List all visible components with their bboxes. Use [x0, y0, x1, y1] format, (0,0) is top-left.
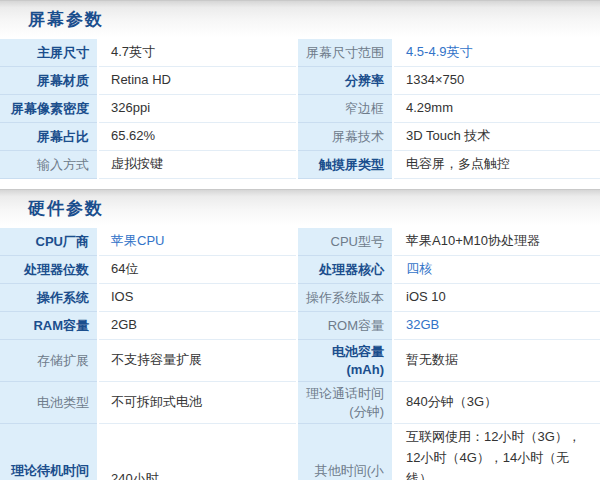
spec-value-cell-rom: 32GB [394, 312, 600, 340]
spec-label-battery-type: 电池类型 [0, 382, 97, 424]
spec-value-ram: 2GB [99, 312, 296, 340]
spec-row-storage-expansion: 存储扩展 不支持容量扩展 电池容量(mAh) 暂无数据 [0, 340, 600, 382]
spec-label-input-method: 输入方式 [0, 151, 97, 179]
spec-value-standby-time: 240小时 [99, 424, 296, 480]
spec-value-screen-ratio: 65.62% [99, 123, 296, 151]
spec-label-screen-tech: 屏幕技术 [298, 123, 392, 151]
spec-value-cpu-bits: 64位 [99, 256, 296, 284]
spec-label-screen-material: 屏幕材质 [0, 67, 97, 95]
spec-value-storage-expansion: 不支持容量扩展 [99, 340, 296, 382]
spec-value-os: IOS [99, 284, 296, 312]
spec-label-cpu-vendor: CPU厂商 [0, 228, 97, 256]
spec-label-os-version: 操作系统版本 [298, 284, 392, 312]
screen-size-range-link[interactable]: 4.5-4.9英寸 [406, 42, 472, 63]
section-header-hardware: 硬件参数 [0, 189, 600, 226]
section-title-screen: 屏幕参数 [28, 8, 104, 31]
hardware-spec-table: CPU厂商 苹果CPU CPU型号 苹果A10+M10协处理器 处理器位数 64… [0, 228, 600, 480]
spec-label-other-times: 其他时间(小时) [298, 424, 392, 480]
spec-value-cpu-model: 苹果A10+M10协处理器 [394, 228, 600, 256]
spec-value-screen-tech: 3D Touch 技术 [394, 123, 600, 151]
spec-value-talk-time: 840分钟（3G） [394, 382, 600, 424]
spec-label-talk-time: 理论通话时间(分钟) [298, 382, 392, 424]
spec-value-main-screen-size: 4.7英寸 [99, 39, 296, 67]
spec-value-battery-type: 不可拆卸式电池 [99, 382, 296, 424]
spec-label-cpu-model: CPU型号 [298, 228, 392, 256]
spec-label-screen-ratio: 屏幕占比 [0, 123, 97, 151]
spec-row-screen-ratio: 屏幕占比 65.62% 屏幕技术 3D Touch 技术 [0, 123, 600, 151]
section-header-screen: 屏幕参数 [0, 0, 600, 37]
spec-value-battery-capacity: 暂无数据 [394, 340, 600, 382]
spec-label-standby-time: 理论待机时间(小时) [0, 424, 97, 480]
spec-row-cpu-bits: 处理器位数 64位 处理器核心 四核 [0, 256, 600, 284]
spec-row-ram: RAM容量 2GB ROM容量 32GB [0, 312, 600, 340]
spec-value-bezel: 4.29mm [394, 95, 600, 123]
section-hardware-params: 硬件参数 CPU厂商 苹果CPU CPU型号 苹果A10+M10协处理器 处理器… [0, 189, 600, 480]
spec-value-resolution: 1334×750 [394, 67, 600, 95]
spec-row-pixel-density: 屏幕像素密度 326ppi 窄边框 4.29mm [0, 95, 600, 123]
spec-row-standby-time: 理论待机时间(小时) 240小时 其他时间(小时) 互联网使用：12小时（3G）… [0, 424, 600, 480]
spec-row-main-screen-size: 主屏尺寸 4.7英寸 屏幕尺寸范围 4.5-4.9英寸 [0, 39, 600, 67]
spec-label-bezel: 窄边框 [298, 95, 392, 123]
spec-value-other-times: 互联网使用：12小时（3G），12小时（4G），14小时（无线） HD视频播放：… [394, 424, 600, 480]
spec-value-touchscreen-type: 电容屏，多点触控 [394, 151, 600, 179]
spec-label-battery-capacity: 电池容量(mAh) [298, 340, 392, 382]
spec-label-os: 操作系统 [0, 284, 97, 312]
spec-label-storage-expansion: 存储扩展 [0, 340, 97, 382]
spec-value-input-method: 虚拟按键 [99, 151, 296, 179]
spec-value-pixel-density: 326ppi [99, 95, 296, 123]
cpu-cores-link[interactable]: 四核 [406, 259, 432, 280]
spec-row-battery-type: 电池类型 不可拆卸式电池 理论通话时间(分钟) 840分钟（3G） [0, 382, 600, 424]
spec-label-cpu-bits: 处理器位数 [0, 256, 97, 284]
spec-label-touchscreen-type: 触摸屏类型 [298, 151, 392, 179]
section-title-hardware: 硬件参数 [28, 197, 104, 220]
spec-label-resolution: 分辨率 [298, 67, 392, 95]
spec-row-cpu-vendor: CPU厂商 苹果CPU CPU型号 苹果A10+M10协处理器 [0, 228, 600, 256]
spec-value-screen-material: Retina HD [99, 67, 296, 95]
section-screen-params: 屏幕参数 主屏尺寸 4.7英寸 屏幕尺寸范围 4.5-4.9英寸 屏幕材质 Re… [0, 0, 600, 179]
spec-value-os-version: iOS 10 [394, 284, 600, 312]
screen-spec-table: 主屏尺寸 4.7英寸 屏幕尺寸范围 4.5-4.9英寸 屏幕材质 Retina … [0, 39, 600, 179]
spec-label-pixel-density: 屏幕像素密度 [0, 95, 97, 123]
spec-value-cell-screen-size-range: 4.5-4.9英寸 [394, 39, 600, 67]
spec-value-cell-cpu-vendor: 苹果CPU [99, 228, 296, 256]
spec-row-input-method: 输入方式 虚拟按键 触摸屏类型 电容屏，多点触控 [0, 151, 600, 179]
spec-label-ram: RAM容量 [0, 312, 97, 340]
spec-label-main-screen-size: 主屏尺寸 [0, 39, 97, 67]
spec-value-cell-cpu-cores: 四核 [394, 256, 600, 284]
cpu-vendor-link[interactable]: 苹果CPU [111, 231, 164, 252]
spec-label-screen-size-range: 屏幕尺寸范围 [298, 39, 392, 67]
spec-label-rom: ROM容量 [298, 312, 392, 340]
spec-label-cpu-cores: 处理器核心 [298, 256, 392, 284]
spec-row-os: 操作系统 IOS 操作系统版本 iOS 10 [0, 284, 600, 312]
rom-capacity-link[interactable]: 32GB [406, 315, 439, 336]
spec-row-screen-material: 屏幕材质 Retina HD 分辨率 1334×750 [0, 67, 600, 95]
